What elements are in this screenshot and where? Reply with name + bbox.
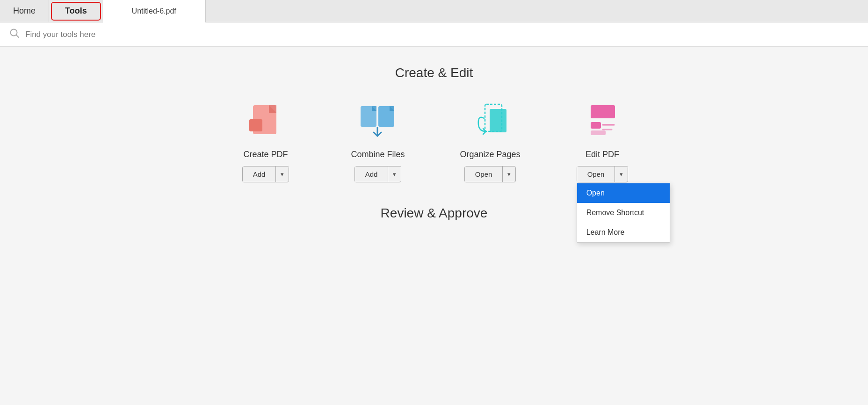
organize-pages-name: Organize Pages: [460, 150, 520, 159]
tools-row-create-edit: Create PDF Add ▾: [0, 99, 868, 182]
svg-line-1: [16, 35, 19, 38]
tool-card-organize-pages: Organize Pages Open ▾: [453, 99, 528, 182]
combine-files-add-button[interactable]: Add: [355, 166, 389, 182]
section-review-approve-title: Review & Approve: [0, 206, 868, 221]
tab-tools[interactable]: Tools: [51, 2, 101, 21]
tool-card-edit-pdf: Edit PDF Open ▾ Open Remove Shortcut Lea…: [565, 99, 640, 182]
search-icon: [9, 28, 20, 41]
edit-pdf-dropdown-menu: Open Remove Shortcut Learn More: [577, 183, 670, 243]
svg-rect-12: [591, 105, 615, 118]
organize-pages-btn-wrap: Open ▾: [464, 166, 516, 182]
tab-tools-label: Tools: [65, 6, 87, 16]
organize-pages-dropdown-arrow[interactable]: ▾: [503, 167, 515, 181]
svg-rect-14: [591, 130, 606, 135]
create-pdf-dropdown-arrow[interactable]: ▾: [276, 167, 289, 181]
edit-pdf-btn-wrap: Open ▾ Open Remove Shortcut Learn More: [577, 166, 629, 182]
tab-pdf-file[interactable]: Untitled-6.pdf: [103, 0, 206, 22]
svg-rect-11: [490, 109, 506, 132]
svg-rect-13: [591, 122, 601, 129]
organize-pages-open-button[interactable]: Open: [465, 166, 503, 182]
tab-home-label: Home: [13, 6, 36, 16]
edit-pdf-icon: [579, 99, 626, 141]
svg-rect-4: [249, 119, 262, 131]
create-pdf-btn-wrap: Add ▾: [242, 166, 289, 182]
combine-files-btn-wrap: Add ▾: [354, 166, 402, 182]
tab-pdf-label: Untitled-6.pdf: [132, 7, 176, 15]
tool-card-combine-files: Combine Files Add ▾: [340, 99, 415, 182]
section-review-approve: Review & Approve: [0, 206, 868, 221]
svg-rect-6: [372, 106, 376, 111]
main-content: Create & Edit Create PDF: [0, 47, 868, 402]
dropdown-item-open[interactable]: Open: [577, 183, 670, 203]
dropdown-item-learn-more[interactable]: Learn More: [577, 223, 670, 242]
dropdown-item-remove-shortcut[interactable]: Remove Shortcut: [577, 203, 670, 223]
edit-pdf-name: Edit PDF: [586, 150, 619, 159]
tab-bar: Home Tools Untitled-6.pdf: [0, 0, 868, 22]
edit-pdf-dropdown-arrow[interactable]: ▾: [615, 167, 628, 181]
section-create-edit-title: Create & Edit: [0, 65, 868, 80]
create-pdf-add-button[interactable]: Add: [243, 166, 276, 182]
search-input[interactable]: [25, 30, 859, 39]
combine-files-icon: [354, 99, 401, 141]
create-pdf-name: Create PDF: [243, 150, 288, 159]
section-create-edit: Create & Edit Create PDF: [0, 65, 868, 182]
tab-home[interactable]: Home: [0, 0, 49, 22]
combine-files-name: Combine Files: [351, 150, 405, 159]
create-pdf-icon: [242, 99, 289, 141]
tool-card-create-pdf: Create PDF Add ▾: [228, 99, 303, 182]
search-bar: [0, 22, 868, 47]
svg-rect-8: [390, 106, 394, 111]
organize-pages-icon: [467, 99, 514, 141]
combine-files-dropdown-arrow[interactable]: ▾: [388, 167, 401, 181]
edit-pdf-open-button[interactable]: Open: [577, 166, 615, 182]
svg-rect-3: [269, 105, 276, 113]
